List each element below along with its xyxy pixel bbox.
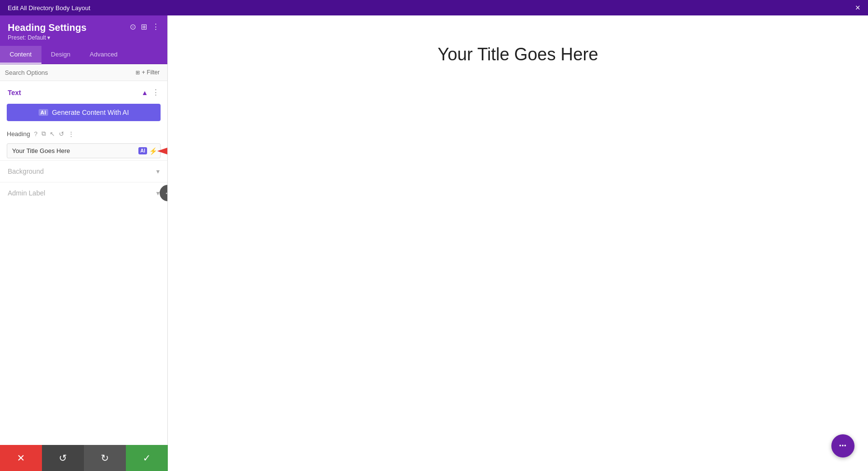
admin-label-section: Admin Label ▾ ↔	[0, 182, 167, 204]
cursor-icon[interactable]: ↖	[50, 130, 55, 138]
bottom-bar: ✕ ↺ ↻ ✓	[0, 445, 168, 471]
tabs: Content Design Advanced	[0, 46, 167, 64]
panel-preset[interactable]: Preset: Default ▾	[8, 34, 86, 41]
admin-label-text: Admin Label	[8, 189, 45, 197]
copy-icon[interactable]: ⧉	[41, 130, 46, 138]
section-more-icon[interactable]: ⋮	[152, 88, 160, 97]
top-bar-title: Edit All Directory Body Layout	[8, 4, 90, 12]
panel-title: Heading Settings	[8, 22, 86, 33]
filter-icon: ⊞	[136, 69, 140, 76]
input-ai-badge[interactable]: AI	[138, 147, 147, 154]
main-content-area: Your Title Goes Here •••	[168, 15, 868, 471]
ai-badge: AI	[39, 109, 48, 116]
filter-button[interactable]: ⊞ + Filter	[133, 68, 163, 77]
search-input[interactable]	[5, 69, 133, 76]
redo-button[interactable]: ↻	[84, 445, 126, 471]
top-bar: Edit All Directory Body Layout ×	[0, 0, 868, 15]
page-title: Your Title Goes Here	[438, 44, 598, 65]
close-button[interactable]: ×	[855, 3, 860, 12]
panel-header-icons: ⊙ ⊞ ⋮	[130, 22, 160, 31]
cancel-icon: ✕	[17, 452, 25, 464]
left-panel: Heading Settings Preset: Default ▾ ⊙ ⊞ ⋮…	[0, 15, 168, 471]
background-chevron-icon: ▾	[156, 167, 160, 175]
ai-button-label: Generate Content With AI	[52, 109, 129, 116]
tab-design[interactable]: Design	[41, 46, 80, 64]
more-icon[interactable]: ⋮	[152, 22, 160, 31]
undo-button[interactable]: ↺	[42, 445, 84, 471]
cancel-button[interactable]: ✕	[0, 445, 42, 471]
dynamic-content-icon[interactable]: ⚡	[149, 147, 157, 155]
generate-ai-button[interactable]: AI Generate Content With AI	[7, 104, 161, 121]
heading-row: Heading ? ⧉ ↖ ↺ ⋮	[0, 128, 167, 141]
more-options-icon[interactable]: ⋮	[68, 130, 74, 138]
text-section-header[interactable]: Text ▲ ⋮	[0, 81, 167, 102]
panel-header: Heading Settings Preset: Default ▾ ⊙ ⊞ ⋮	[0, 15, 167, 46]
expand-icon[interactable]: ↔	[160, 185, 167, 201]
save-icon: ✓	[143, 452, 151, 464]
chevron-up-icon: ▲	[141, 89, 148, 97]
background-section-header[interactable]: Background ▾	[0, 160, 167, 182]
fab-icon: •••	[839, 443, 847, 449]
help-icon[interactable]: ?	[34, 130, 37, 138]
admin-chevron-icon[interactable]: ▾	[156, 189, 160, 197]
heading-label: Heading	[7, 130, 30, 138]
title-input-row: AI ⚡	[7, 143, 161, 158]
text-section-title: Text	[8, 89, 21, 97]
redo-icon: ↻	[101, 452, 109, 464]
floating-action-button[interactable]: •••	[831, 434, 854, 457]
settings-icon[interactable]: ⊙	[130, 22, 136, 31]
search-bar: ⊞ + Filter	[0, 64, 167, 81]
title-input[interactable]	[7, 144, 138, 158]
panel-content: Text ▲ ⋮ AI Generate Content With AI Hea…	[0, 81, 167, 471]
title-input-container: AI ⚡	[0, 143, 167, 158]
undo-icon: ↺	[59, 452, 67, 464]
undo-icon[interactable]: ↺	[59, 130, 64, 138]
section-controls: ▲ ⋮	[141, 88, 160, 97]
tab-advanced[interactable]: Advanced	[80, 46, 127, 64]
layout-icon[interactable]: ⊞	[141, 22, 147, 31]
tab-content[interactable]: Content	[0, 46, 41, 64]
background-section-title: Background	[8, 167, 44, 175]
panel-header-left: Heading Settings Preset: Default ▾	[8, 22, 86, 41]
save-button[interactable]: ✓	[126, 445, 168, 471]
